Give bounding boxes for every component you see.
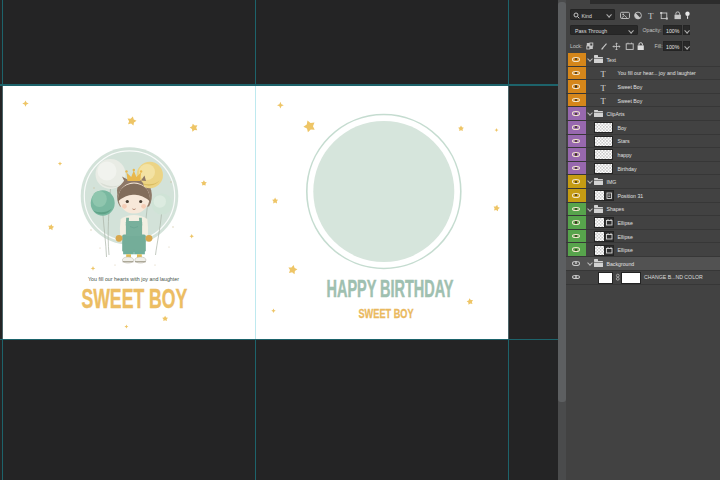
svg-text:T: T: [648, 10, 654, 20]
svg-text:You fill our hearts with joy a: You fill our hearts with joy and laughte…: [88, 276, 179, 282]
svg-text:SWEET BOY: SWEET BOY: [81, 284, 187, 314]
svg-text:HAPPY BIRTHDAY: HAPPY BIRTHDAY: [326, 276, 453, 302]
svg-text:SWEET BOY: SWEET BOY: [358, 307, 413, 321]
